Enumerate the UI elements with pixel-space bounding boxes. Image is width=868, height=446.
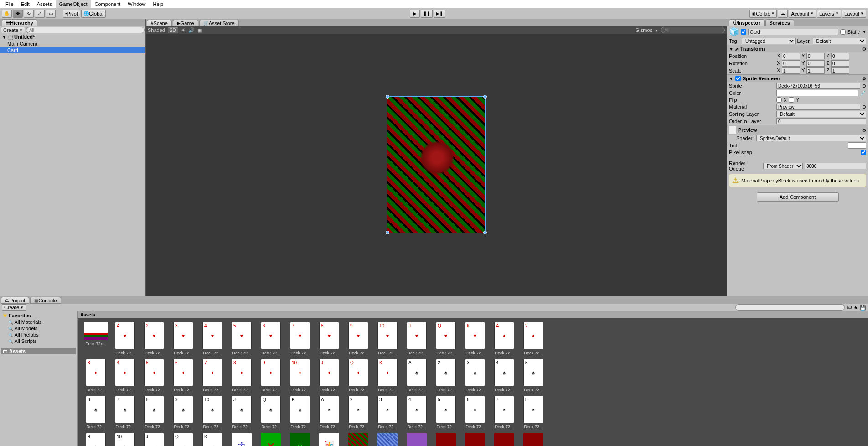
hierarchy-search[interactable] [26,27,145,33]
rot-x[interactable] [782,60,800,67]
collab-dropdown[interactable]: ◉ Collab ▼ [749,10,777,18]
2d-toggle[interactable]: 2D [168,27,178,33]
asset-item[interactable]: 10♦Deck-72... [288,359,312,392]
menu-help[interactable]: Help [149,0,167,8]
play-button[interactable]: ▶ [410,10,420,18]
asset-item[interactable]: 🃏 [317,433,341,446]
assets-section[interactable]: 🗀 Assets [1,348,76,354]
pivot-toggle[interactable]: ▪ Pivot [63,10,80,18]
step-button[interactable]: ▶❚ [434,10,445,18]
asset-item[interactable]: 5♠Deck-72... [434,396,458,429]
audio-toggle[interactable]: 🔊 [188,27,195,33]
asset-item[interactable] [405,433,429,446]
eyedropper-icon[interactable]: 💉 [860,90,866,96]
asset-item[interactable]: 9♥Deck-72... [346,322,370,355]
project-create[interactable]: Create ▼ [2,304,26,311]
picker-icon[interactable]: ⊙ [862,104,866,110]
asset-item[interactable]: 8♥Deck-72... [317,322,341,355]
order-field[interactable] [776,118,866,124]
asset-item[interactable]: A♠Deck-72... [317,396,341,429]
favorite-item[interactable]: 🔍 All Scripts [1,338,76,344]
services-tab[interactable]: Services [765,19,794,26]
layout-dropdown[interactable]: Layout ▼ [842,10,866,18]
asset-item[interactable]: K♦Deck-72... [376,359,399,392]
asset-item[interactable] [463,433,487,446]
pause-button[interactable]: ❚❚ [421,10,433,18]
star-icon[interactable]: ★ [853,305,858,311]
asset-item[interactable]: A♥Deck-72... [113,322,137,355]
menu-component[interactable]: Component [91,0,124,8]
asset-item[interactable]: 9♦Deck-72... [259,359,283,392]
layer-dropdown[interactable]: Default [813,38,867,44]
menu-file[interactable]: File [2,0,17,8]
asset-item[interactable] [434,433,458,446]
hierarchy-tab[interactable]: ☰ Hierarchy [2,19,37,26]
gear-icon[interactable] [862,76,866,81]
asset-item[interactable]: 6♥Deck-72... [259,322,283,355]
material-field[interactable] [776,104,860,110]
asset-item[interactable]: 8♠Deck-72... [522,396,545,429]
gameobject-name[interactable] [748,29,838,35]
menu-gameobject[interactable]: GameObject [56,0,91,8]
asset-item[interactable]: 3♠Deck-72... [376,396,399,429]
filter-icon[interactable]: 🏷 [847,305,852,310]
asset-item[interactable]: Deck-72x... [84,322,108,355]
rect-tool[interactable]: ▭ [46,10,56,18]
transform-header[interactable]: ▼ ⬈ Transform [727,45,868,52]
asset-item[interactable]: 6♦Deck-72... [171,359,195,392]
asset-grid[interactable]: Deck-72x...A♥Deck-72...2♥Deck-72...3♥Dec… [78,318,868,446]
scene-root[interactable]: ▼ ⬚ Untitled* [0,34,145,41]
menu-edit[interactable]: Edit [17,0,33,8]
asset-item[interactable]: 6♠Deck-72... [463,396,487,429]
asset-item[interactable] [376,433,399,446]
asset-item[interactable]: K♠Deck-72... [201,433,224,446]
asset-item[interactable]: J♣Deck-72... [230,396,253,429]
asset-item[interactable]: 9♣Deck-72... [171,396,195,429]
rotate-tool[interactable]: ↻ [24,10,34,18]
scale-tool[interactable]: ⤢ [35,10,45,18]
asset-item[interactable]: 7♠Deck-72... [492,396,516,429]
save-search-icon[interactable]: 💾 [860,305,866,311]
favorite-item[interactable]: 🔍 All Materials [1,319,76,325]
asset-item[interactable]: 4♠Deck-72... [405,396,429,429]
sorting-dropdown[interactable]: Default [776,111,866,117]
shaded-dropdown[interactable]: Shaded [148,27,165,33]
scl-z[interactable] [831,67,849,74]
pos-y[interactable] [806,53,825,59]
preview-header[interactable]: Preview [727,125,868,135]
fx-toggle[interactable]: ▦ [197,27,202,33]
menu-assets[interactable]: Assets [33,0,56,8]
scene-viewport[interactable] [146,34,727,296]
asset-item[interactable]: A♣Deck-72... [405,359,429,392]
pixel-snap-checkbox[interactable] [861,150,866,155]
asset-item[interactable]: ○ [288,433,312,446]
gear-icon[interactable] [862,46,866,52]
asset-item[interactable]: 7♥Deck-72... [288,322,312,355]
static-checkbox[interactable] [840,29,846,35]
asset-item[interactable]: 7♣Deck-72... [113,396,137,429]
asset-item[interactable]: 4♦Deck-72... [113,359,137,392]
asset-item[interactable]: J♦Deck-72... [317,359,341,392]
asset-item[interactable]: 3♥Deck-72... [171,322,195,355]
global-toggle[interactable]: 🌐 Global [81,10,106,18]
render-queue-dropdown[interactable]: From Shader [763,163,803,169]
asset-item[interactable]: 3♣Deck-72... [463,359,487,392]
asset-item[interactable] [346,433,370,446]
project-tab[interactable]: 🗀 Project [1,297,29,304]
asset-item[interactable]: 2♣Deck-72... [434,359,458,392]
asset-item[interactable]: 6♣Deck-72... [84,396,108,429]
hand-tool[interactable]: ✋ [2,10,12,18]
asset-item[interactable]: 5♦Deck-72... [142,359,166,392]
pos-x[interactable] [782,53,800,59]
scene-search[interactable] [661,27,725,33]
light-toggle[interactable]: ☀ [181,27,186,33]
tint-field[interactable] [848,142,866,149]
add-component-button[interactable]: Add Component [757,192,839,202]
asset-item[interactable]: ♔ [230,433,253,446]
hierarchy-create[interactable]: Create ▼ [1,27,25,33]
rot-z[interactable] [831,60,849,67]
asset-item[interactable]: 4♣Deck-72... [492,359,516,392]
flip-x[interactable] [776,97,782,103]
sprite-renderer-header[interactable]: ▼ Sprite Renderer [727,74,868,82]
flip-y[interactable] [789,97,794,103]
